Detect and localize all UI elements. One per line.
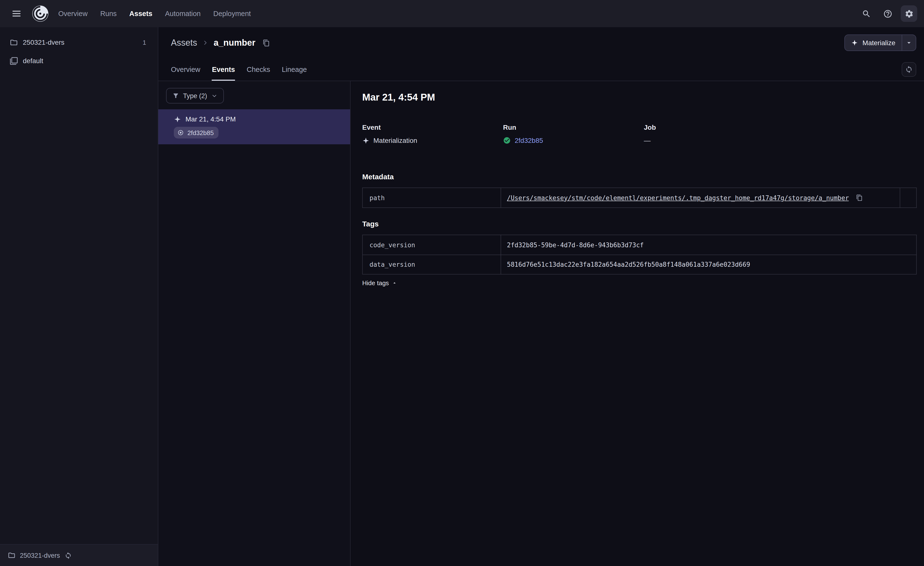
sync-icon[interactable] (64, 552, 72, 559)
tab-events[interactable]: Events (212, 58, 235, 81)
code-location-label: 250321-dvers (23, 38, 64, 46)
tag-key: data_version (363, 255, 501, 274)
sidebar-item-group-default[interactable]: default (0, 51, 158, 70)
metadata-key: path (363, 188, 501, 208)
footer-location-label: 250321-dvers (20, 552, 60, 559)
tags-section: Tags code_version 2fd32b85-59be-4d7d-8d6… (362, 220, 917, 287)
event-list: Mar 21, 4:54 PM 2fd32b85 (158, 109, 350, 144)
row-action-cell (900, 188, 916, 208)
event-type-value: Materialization (374, 137, 417, 144)
help-icon (883, 9, 892, 18)
caret-up-icon (392, 280, 397, 286)
asset-name: a_number (214, 38, 255, 48)
main-nav: Overview Runs Assets Automation Deployme… (58, 10, 251, 18)
materialize-button: Materialize (844, 35, 916, 51)
dagster-logo[interactable] (31, 5, 50, 23)
metadata-section: Metadata path /Users/smackesey/stm/code/… (362, 173, 917, 208)
dagster-app: Overview Runs Assets Automation Deployme… (0, 0, 924, 566)
check-circle-icon (503, 137, 511, 144)
hide-tags-toggle[interactable]: Hide tags (362, 279, 397, 287)
run-label: Run (503, 123, 644, 131)
metadata-heading: Metadata (362, 173, 917, 181)
breadcrumb-assets-link[interactable]: Assets (171, 38, 197, 48)
asset-tabs-row: Overview Events Checks Lineage (158, 58, 924, 81)
event-run-pill[interactable]: 2fd32b85 (174, 127, 219, 138)
sparkle-icon (362, 137, 369, 144)
folder-icon (8, 551, 15, 559)
menu-button[interactable] (8, 5, 25, 23)
event-run-id: 2fd32b85 (188, 129, 214, 136)
copy-path-button[interactable] (854, 192, 866, 203)
nav-item-runs[interactable]: Runs (100, 10, 117, 18)
chevron-right-icon (202, 39, 209, 46)
tag-value: 2fd32b85-59be-4d7d-8d6e-943b6b3d73cf (501, 235, 916, 254)
search-icon (862, 9, 871, 18)
table-row: code_version 2fd32b85-59be-4d7d-8d6e-943… (363, 235, 916, 254)
sidebar-item-code-location[interactable]: 250321-dvers 1 (0, 33, 158, 51)
tags-table: code_version 2fd32b85-59be-4d7d-8d6e-943… (362, 235, 917, 274)
run-id-link[interactable]: 2fd32b85 (514, 137, 543, 144)
copy-asset-name-button[interactable] (260, 37, 272, 48)
funnel-icon (172, 92, 179, 99)
event-label: Event (362, 123, 503, 131)
event-detail-title: Mar 21, 4:54 PM (362, 92, 917, 103)
metadata-table: path /Users/smackesey/stm/code/elementl/… (362, 188, 917, 208)
settings-button[interactable] (901, 5, 917, 22)
group-label: default (23, 57, 43, 65)
table-row: data_version 5816d76e51c13dac22e3fa182a6… (363, 254, 916, 274)
nav-item-automation[interactable]: Automation (165, 10, 201, 18)
gear-icon (904, 9, 914, 18)
metadata-path-link[interactable]: /Users/smackesey/stm/code/elementl/exper… (507, 194, 849, 202)
asset-detail-page: Assets a_number (158, 27, 924, 566)
sparkle-icon (174, 115, 181, 123)
event-summary: Event Materialization Run (362, 123, 917, 144)
nav-item-overview[interactable]: Overview (58, 10, 88, 18)
sidebar-footer[interactable]: 250321-dvers (0, 544, 158, 566)
refresh-button[interactable] (902, 62, 916, 77)
tab-lineage[interactable]: Lineage (282, 58, 307, 81)
nav-actions (858, 5, 917, 22)
refresh-icon (905, 66, 913, 73)
asset-tabs: Overview Events Checks Lineage (171, 58, 307, 81)
layers-icon (10, 57, 18, 65)
chevron-down-icon (211, 93, 217, 99)
event-list-item[interactable]: Mar 21, 4:54 PM 2fd32b85 (158, 109, 350, 144)
events-list-panel: Type (2) Mar 21, 4:54 PM (158, 81, 351, 566)
filter-label: Type (2) (183, 92, 207, 99)
nav-item-deployment[interactable]: Deployment (213, 10, 251, 18)
tag-value: 5816d76e51c13dac22e3fa182a654aa2d526fb50… (501, 255, 916, 274)
caret-down-icon (905, 39, 913, 47)
tag-key: code_version (363, 235, 501, 254)
search-button[interactable] (858, 5, 874, 22)
event-detail-panel: Mar 21, 4:54 PM Event Materialization (351, 81, 924, 566)
copy-icon (262, 39, 270, 47)
materialize-dropdown[interactable] (902, 35, 916, 51)
materialize-label: Materialize (862, 39, 896, 47)
event-timestamp: Mar 21, 4:54 PM (186, 115, 236, 123)
asset-groups-sidebar: 250321-dvers 1 default 250321-dvers (0, 27, 158, 566)
tab-overview[interactable]: Overview (171, 58, 200, 81)
hamburger-icon (12, 9, 21, 18)
table-row: path /Users/smackesey/stm/code/elementl/… (363, 188, 916, 208)
tab-checks[interactable]: Checks (247, 58, 270, 81)
asset-count-badge: 1 (143, 39, 148, 46)
tags-heading: Tags (362, 220, 917, 228)
top-nav: Overview Runs Assets Automation Deployme… (0, 0, 924, 27)
copy-icon (856, 194, 863, 201)
help-button[interactable] (879, 5, 896, 22)
breadcrumb: Assets a_number (171, 37, 272, 48)
folder-icon (10, 38, 18, 47)
job-label: Job (644, 123, 784, 131)
hide-tags-label: Hide tags (362, 279, 389, 287)
page-header: Assets a_number (158, 27, 924, 58)
circle-dot-icon (177, 129, 184, 136)
job-value: — (644, 137, 784, 144)
event-type-filter[interactable]: Type (2) (166, 88, 224, 104)
materialize-action[interactable]: Materialize (845, 35, 902, 51)
nav-item-assets[interactable]: Assets (129, 10, 153, 18)
sparkle-icon (851, 39, 858, 46)
